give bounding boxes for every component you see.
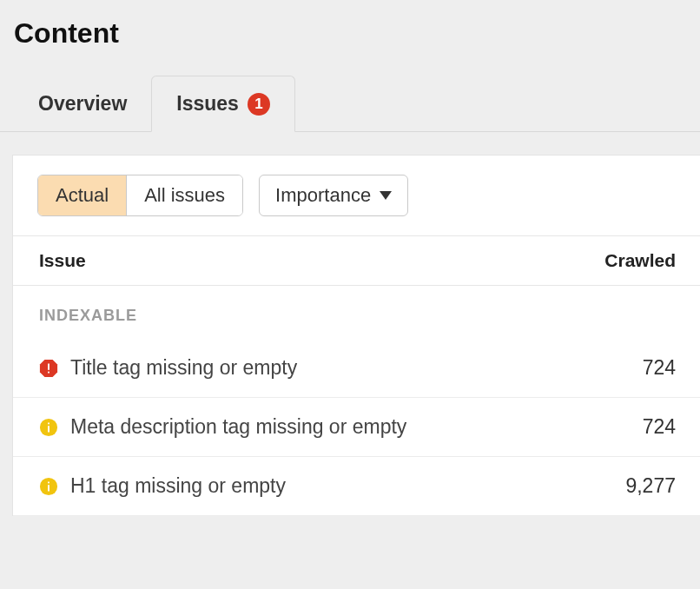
svg-rect-8 xyxy=(48,485,50,491)
issue-label: Meta description tag missing or empty xyxy=(70,415,643,439)
col-header-issue: Issue xyxy=(39,250,86,271)
filter-all-issues-button[interactable]: All issues xyxy=(126,175,242,215)
svg-rect-3 xyxy=(48,371,50,373)
tab-overview[interactable]: Overview xyxy=(14,76,151,131)
importance-dropdown[interactable]: Importance xyxy=(259,175,408,216)
filter-actual-button[interactable]: Actual xyxy=(38,175,126,215)
section-indexable: Indexable xyxy=(13,286,700,339)
issue-crawled-count: 724 xyxy=(643,415,676,439)
table-row[interactable]: H1 tag missing or empty 9,277 xyxy=(13,457,700,516)
issue-crawled-count: 724 xyxy=(643,356,676,380)
issues-panel: Actual All issues Importance Issue Crawl… xyxy=(12,155,700,516)
table-row[interactable]: Title tag missing or empty 724 xyxy=(13,339,700,398)
tabs: Overview Issues 1 xyxy=(0,76,700,132)
svg-rect-2 xyxy=(48,363,50,369)
svg-rect-9 xyxy=(48,481,50,483)
issue-crawled-count: 9,277 xyxy=(625,474,676,498)
table-row[interactable]: Meta description tag missing or empty 72… xyxy=(13,398,700,457)
tab-issues[interactable]: Issues 1 xyxy=(151,76,295,132)
tab-overview-label: Overview xyxy=(38,92,127,116)
toolbar: Actual All issues Importance xyxy=(13,156,700,236)
page-title: Content xyxy=(0,0,700,58)
issue-label: H1 tag missing or empty xyxy=(70,474,625,498)
col-header-crawled: Crawled xyxy=(604,250,676,271)
info-icon xyxy=(39,477,58,496)
issue-filter-segmented: Actual All issues xyxy=(37,175,243,216)
error-icon xyxy=(39,359,58,378)
chevron-down-icon xyxy=(380,191,392,200)
svg-rect-6 xyxy=(48,422,50,424)
table-header: Issue Crawled xyxy=(13,236,700,286)
importance-dropdown-label: Importance xyxy=(275,184,371,207)
issue-label: Title tag missing or empty xyxy=(70,356,643,380)
info-icon xyxy=(39,418,58,437)
tab-issues-label: Issues xyxy=(176,92,239,116)
issues-count-badge: 1 xyxy=(248,93,270,116)
svg-marker-0 xyxy=(380,191,392,200)
svg-rect-5 xyxy=(48,426,50,432)
